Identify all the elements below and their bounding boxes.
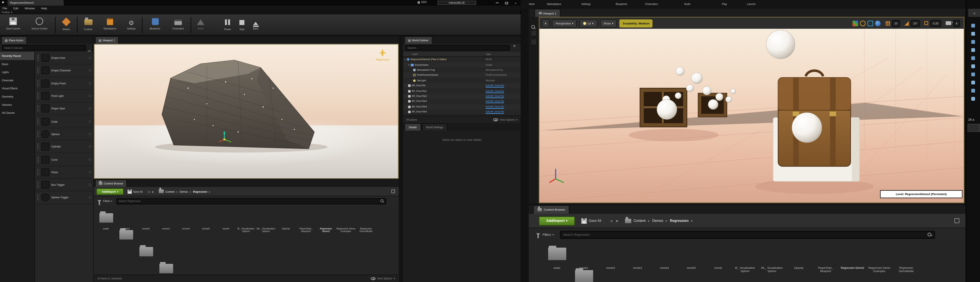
content-browser-tab[interactable]: Content Browser (95, 180, 127, 187)
outliner-row-atmospheric-fog[interactable]: Atmospheric Fog AtmosphericFog (403, 67, 520, 73)
modes-button[interactable]: Modes (57, 16, 75, 34)
move-gizmo-icon[interactable] (853, 20, 858, 26)
minimize-button[interactable] (493, 0, 501, 6)
place-item-cylinder[interactable]: Cylinder (35, 141, 93, 153)
breadcrumb-content[interactable]: Content (633, 219, 646, 223)
outliner-item-icon[interactable] (971, 89, 975, 92)
view-options-button[interactable]: View Options (371, 277, 395, 280)
marketplace-button[interactable]: Marketplace (99, 16, 121, 34)
outliner-row-bp-floortile1[interactable]: BP_FloorTile1 Edit BP_FloorTile (403, 88, 520, 94)
menu-edit[interactable]: Edit (13, 6, 18, 10)
breadcrumb-demos[interactable]: Demos (652, 219, 663, 223)
rw-viewport-scene[interactable]: Level: RegressionDemo2 (Persistent) (539, 29, 964, 202)
category-lights[interactable]: Lights (0, 68, 34, 76)
maximize-button[interactable] (502, 0, 511, 6)
toolbar-tab[interactable]: Toolbar (1, 11, 13, 14)
category-visual-effects[interactable]: Visual Effects (0, 84, 34, 92)
category-recently-placed[interactable]: Recently Placed (0, 52, 34, 60)
place-item-player-start[interactable]: Player Start (35, 103, 93, 115)
lock-icon[interactable] (391, 190, 395, 193)
collapsed-tool-icon[interactable] (531, 39, 536, 44)
category-basic[interactable]: Basic (0, 60, 34, 69)
edit-blueprint-link[interactable]: Edit BP_FloorTile (485, 90, 520, 92)
place-item-point-light[interactable]: Point Light (35, 90, 93, 103)
edit-blueprint-link[interactable]: Edit BP_FloorTile (485, 111, 520, 113)
nav-forward-icon[interactable] (152, 190, 154, 193)
camera-speed-icon[interactable] (946, 21, 951, 25)
outliner-settings-gear-icon[interactable] (513, 44, 515, 47)
outliner-col-label[interactable]: Label (412, 53, 418, 55)
cb-search-input[interactable] (116, 198, 386, 204)
source-control-button[interactable]: Source Control (26, 16, 52, 34)
nav-back-icon[interactable] (148, 190, 150, 193)
outliner-item-icon[interactable] (971, 72, 975, 76)
rw-content-browser-tab[interactable]: Content Browser (533, 205, 570, 213)
place-item-empty-character[interactable]: Empty Character (35, 65, 93, 77)
outliner-row-bp-floortile3[interactable]: BP_FloorTile3 Edit BP_FloorTile (403, 99, 520, 104)
show-button[interactable]: Show (600, 19, 617, 27)
rw-save-all-button[interactable]: Save All (581, 218, 601, 224)
rw-add-import-button[interactable]: Add/Import (539, 216, 575, 225)
viewport-options-button[interactable] (542, 19, 549, 27)
world-settings-tab[interactable]: World Settings (422, 123, 447, 131)
outliner-search-input[interactable] (405, 45, 510, 51)
cinematics-label[interactable]: Cinematics (645, 3, 658, 6)
breadcrumb-regression[interactable]: Regression (670, 219, 689, 223)
outliner-item-icon[interactable] (971, 81, 975, 84)
edit-blueprint-link[interactable]: Edit BP_FloorTile (485, 84, 520, 87)
outliner-item-icon[interactable] (971, 24, 975, 27)
breadcrumb-regression[interactable]: Regression (193, 190, 207, 193)
nav-back-icon[interactable] (610, 219, 612, 223)
place-item-empty-actor[interactable]: Empty Actor (35, 52, 93, 65)
edit-blueprint-link[interactable]: Edit BP_FloorTile (485, 105, 520, 108)
place-item-plane[interactable]: Plane (35, 166, 93, 179)
collapsed-panel-tab[interactable] (968, 9, 980, 17)
outliner-view-options-button[interactable]: View Options (493, 118, 517, 121)
content-button[interactable]: Content (80, 16, 97, 34)
place-actors-search-input[interactable] (2, 45, 86, 51)
place-item-sphere[interactable]: Sphere (35, 128, 93, 141)
place-item-sphere-trigger[interactable]: Sphere Trigger (35, 191, 93, 204)
category-all-classes[interactable]: All Classes (0, 109, 34, 117)
filters-button[interactable]: Filters (103, 199, 110, 202)
settings-label[interactable]: Settings (581, 3, 591, 6)
angle-snap-value[interactable]: 10° (911, 20, 920, 27)
outliner-row-world[interactable]: RegressionDemo2 (Play In Editor) World (403, 57, 520, 62)
place-actors-tab[interactable]: Place Actors (1, 36, 27, 44)
outliner-item-icon[interactable] (971, 97, 975, 100)
place-item-box-trigger[interactable]: Box Trigger (35, 179, 93, 191)
stop-button[interactable]: Stop (235, 16, 248, 34)
viewport-3d[interactable]: Regression (94, 44, 399, 179)
blueprints-label[interactable]: Blueprints (616, 3, 627, 6)
build-label[interactable]: Build (684, 3, 690, 6)
outliner-item-icon[interactable] (971, 40, 975, 44)
rw-filters-button[interactable]: Filters (542, 233, 551, 236)
edit-blueprint-link[interactable]: Edit BP_FloorTile (485, 100, 520, 103)
outliner-item-icon[interactable] (971, 64, 975, 68)
outliner-item-icon[interactable] (971, 56, 975, 60)
breadcrumb-content[interactable]: Content (165, 190, 175, 193)
pause-button[interactable]: Pause (220, 16, 235, 34)
angle-snap-icon[interactable] (904, 21, 908, 25)
edit-blueprint-link[interactable]: Edit BP_FloorTile (485, 95, 520, 97)
outliner-item-icon[interactable] (971, 32, 975, 35)
scalability-button[interactable]: Scalability: Medium (620, 19, 653, 27)
settings-button[interactable]: Settings (123, 16, 140, 34)
lit-button[interactable]: Lit (580, 19, 597, 27)
viewport-tab[interactable]: Viewport 1 (95, 36, 119, 44)
cinematics-button[interactable]: Cinematics (167, 16, 189, 34)
search-icon[interactable] (531, 25, 536, 29)
outliner-row-bp-floortile[interactable]: BP_FloorTile Edit BP_FloorTile (403, 83, 520, 88)
outliner-col-type[interactable]: Type (485, 53, 520, 55)
folder-tile-audio[interactable] (97, 210, 115, 226)
import-icon[interactable] (955, 218, 959, 223)
window-title-tab[interactable]: RegressionDemo2 (8, 0, 64, 6)
grid-snap-value[interactable]: 10 (892, 20, 900, 27)
collapsed-tool-icon[interactable] (531, 31, 536, 36)
perspective-button[interactable]: Perspective (552, 19, 577, 27)
collapsed-button[interactable] (967, 124, 980, 132)
close-button[interactable] (511, 0, 520, 6)
outliner-row-environment[interactable]: Environment Folder (403, 62, 520, 67)
world-outliner-tab[interactable]: World Outliner (404, 36, 432, 44)
outliner-row-bp-floortile4[interactable]: BP_FloorTile4 Edit BP_FloorTile (403, 104, 520, 109)
